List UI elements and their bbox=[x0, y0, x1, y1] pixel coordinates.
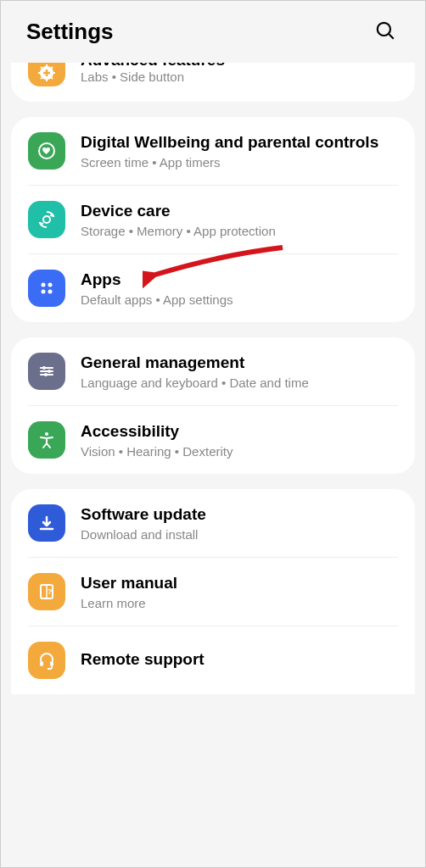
settings-item-advanced[interactable]: Advanced featuresLabs • Side button bbox=[28, 63, 398, 102]
settings-item-title: Remote support bbox=[81, 649, 398, 670]
plus-gear-icon bbox=[28, 63, 65, 86]
settings-item-body: Device careStorage • Memory • App protec… bbox=[81, 201, 398, 238]
settings-group: Advanced featuresLabs • Side button bbox=[11, 63, 415, 102]
settings-item-title: Accessibility bbox=[81, 421, 398, 442]
settings-item-remote[interactable]: Remote support bbox=[28, 626, 398, 694]
svg-point-0 bbox=[378, 23, 390, 36]
settings-item-body: AppsDefault apps • App settings bbox=[81, 270, 398, 307]
settings-item-title: Advanced features bbox=[81, 63, 225, 70]
headset-icon bbox=[28, 642, 65, 679]
settings-item-subtitle: Default apps • App settings bbox=[81, 292, 398, 307]
svg-point-7 bbox=[42, 290, 46, 294]
book-question-icon: ? bbox=[28, 573, 65, 610]
settings-item-body: Digital Wellbeing and parental controlsS… bbox=[81, 132, 398, 170]
accessibility-icon bbox=[28, 421, 65, 459]
svg-point-5 bbox=[42, 283, 46, 287]
settings-item-body: Remote support bbox=[81, 649, 398, 672]
settings-item-update[interactable]: Software updateDownload and install bbox=[28, 489, 398, 558]
download-arrow-icon bbox=[28, 504, 65, 542]
settings-item-body: Advanced featuresLabs • Side button bbox=[81, 63, 398, 84]
svg-text:?: ? bbox=[48, 587, 53, 596]
search-icon bbox=[374, 31, 396, 44]
settings-item-subtitle: Download and install bbox=[81, 527, 398, 542]
svg-point-14 bbox=[44, 373, 48, 376]
settings-item-accessibility[interactable]: AccessibilityVision • Hearing • Dexterit… bbox=[28, 406, 398, 474]
settings-item-devicecare[interactable]: Device careStorage • Memory • App protec… bbox=[28, 186, 398, 254]
settings-item-subtitle: Language and keyboard • Date and time bbox=[81, 376, 398, 390]
settings-item-body: AccessibilityVision • Hearing • Dexterit… bbox=[81, 421, 398, 459]
svg-point-6 bbox=[48, 283, 53, 287]
svg-point-4 bbox=[43, 216, 50, 223]
settings-group: Software updateDownload and install?User… bbox=[11, 489, 415, 694]
svg-rect-20 bbox=[50, 661, 53, 666]
settings-item-title: Apps bbox=[81, 270, 398, 290]
settings-item-title: Device care bbox=[81, 201, 398, 221]
settings-item-subtitle: Screen time • App timers bbox=[81, 155, 398, 170]
settings-item-body: General managementLanguage and keyboard … bbox=[81, 353, 398, 390]
settings-item-body: User manualLearn more bbox=[81, 573, 398, 610]
settings-item-subtitle: Learn more bbox=[81, 596, 398, 610]
svg-line-1 bbox=[389, 34, 393, 38]
grid-dots-icon bbox=[28, 270, 65, 307]
settings-item-wellbeing[interactable]: Digital Wellbeing and parental controlsS… bbox=[28, 117, 398, 186]
settings-item-subtitle: Vision • Hearing • Dexterity bbox=[81, 444, 398, 459]
settings-item-subtitle: Storage • Memory • App protection bbox=[81, 224, 398, 238]
settings-item-general[interactable]: General managementLanguage and keyboard … bbox=[28, 337, 398, 406]
settings-item-title: Digital Wellbeing and parental controls bbox=[81, 132, 398, 153]
svg-rect-19 bbox=[40, 661, 43, 666]
settings-item-title: User manual bbox=[81, 573, 398, 593]
heart-circle-icon bbox=[28, 132, 65, 170]
settings-item-subtitle: Labs • Side button bbox=[81, 70, 398, 84]
settings-list: Advanced featuresLabs • Side buttonDigit… bbox=[1, 63, 425, 694]
settings-group: General managementLanguage and keyboard … bbox=[11, 337, 415, 474]
settings-item-title: Software update bbox=[81, 504, 398, 525]
svg-point-12 bbox=[42, 366, 46, 370]
svg-point-8 bbox=[48, 290, 53, 294]
rotate-circle-icon bbox=[28, 201, 65, 238]
settings-item-apps[interactable]: AppsDefault apps • App settings bbox=[28, 254, 398, 322]
header: Settings bbox=[1, 1, 425, 63]
settings-item-body: Software updateDownload and install bbox=[81, 504, 398, 542]
settings-group: Digital Wellbeing and parental controlsS… bbox=[11, 117, 415, 322]
svg-point-15 bbox=[45, 432, 48, 436]
svg-point-13 bbox=[48, 370, 51, 373]
sliders-icon bbox=[28, 353, 65, 390]
settings-item-title: General management bbox=[81, 353, 398, 373]
page-title: Settings bbox=[26, 19, 114, 45]
search-button[interactable] bbox=[371, 16, 400, 47]
settings-item-manual[interactable]: ?User manualLearn more bbox=[28, 558, 398, 626]
